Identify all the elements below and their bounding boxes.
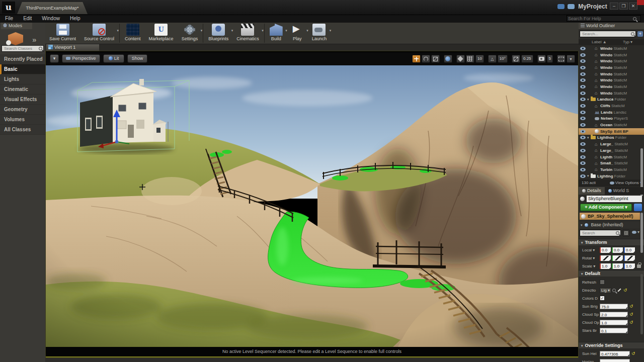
reset-to-default-icon[interactable]: ↺ — [629, 312, 633, 317]
expand-arrow-icon[interactable]: ▾ — [587, 98, 591, 102]
visibility-eye-icon[interactable] — [580, 149, 586, 152]
grid-snap-value[interactable]: 10 — [475, 55, 484, 63]
visibility-eye-icon[interactable] — [580, 168, 586, 171]
visibility-eye-icon[interactable] — [580, 59, 586, 63]
transform-value-field[interactable]: 1.0 — [600, 263, 611, 269]
menu-file[interactable]: File — [0, 15, 18, 22]
reset-to-default-icon[interactable]: ↺ — [623, 288, 627, 293]
tab-details[interactable]: Details — [579, 187, 605, 195]
outliner-row-windo[interactable]: ⌂WindoStaticM — [579, 58, 644, 64]
visibility-eye-icon[interactable] — [580, 92, 586, 95]
maximize-button[interactable] — [557, 55, 566, 63]
expand-arrow-icon[interactable]: ▾ — [587, 136, 591, 140]
camera-speed-button[interactable] — [537, 55, 546, 63]
outliner-search-box[interactable] — [580, 31, 636, 37]
modes-tab[interactable]: Modes — [1, 23, 32, 29]
component-row-selected[interactable]: BP_Sky_Sphere(self) — [580, 213, 640, 220]
visibility-eye-icon[interactable] — [580, 130, 586, 133]
details-scrollbar-track[interactable] — [640, 274, 643, 334]
transform-value-field[interactable]: 0.0 — [624, 247, 635, 253]
viewport-scene[interactable] — [46, 65, 578, 347]
outliner-row-ocean[interactable]: ⌂OceanStaticM — [579, 122, 644, 128]
sidebar-item-volumes[interactable]: Volumes — [0, 115, 45, 125]
transform-label[interactable]: Local ▾ — [579, 248, 600, 252]
outliner-row-windo[interactable]: ⌂WindoStaticM — [579, 77, 644, 83]
toolbar-button-cinematics[interactable]: ▾Cinematics — [232, 23, 263, 44]
viewport-options-button[interactable]: ▾ — [50, 54, 59, 63]
toolbar-button-settings[interactable]: ▾Settings — [178, 23, 202, 44]
transform-label[interactable]: Rotat ▾ — [579, 256, 600, 260]
sidebar-item-recently-placed[interactable]: Recently Placed — [0, 54, 45, 64]
toolbar-button-content[interactable]: Content — [121, 23, 145, 44]
outliner-row-large[interactable]: ⌂Large_StaticM — [579, 141, 644, 147]
menu-window[interactable]: Window — [37, 15, 65, 22]
edit-blueprint-button[interactable] — [634, 204, 642, 211]
viewport[interactable]: ▾ Perspective Lit Show 10△10°0.255▾ — [45, 51, 579, 358]
transform-value-field[interactable] — [600, 255, 611, 261]
visibility-eye-icon[interactable] — [580, 155, 586, 159]
help-search-input[interactable] — [567, 16, 631, 22]
outliner-row-small[interactable]: ⌂Small_StaticM — [579, 160, 644, 166]
menu-help[interactable]: Help — [65, 15, 86, 22]
column-type[interactable]: Typ ▾ — [623, 39, 632, 45]
section-transform[interactable]: ▾ Transform — [579, 239, 644, 245]
details-scrollbar[interactable] — [640, 213, 643, 253]
visibility-eye-icon[interactable] — [580, 142, 586, 146]
outliner-row-landsca[interactable]: ▾LandscaFolder — [579, 97, 644, 103]
outliner-row-windo[interactable]: ⌂WindoStaticM — [579, 64, 644, 71]
dropdown-caret-icon[interactable]: ▾ — [330, 29, 332, 33]
visibility-eye-icon[interactable] — [580, 123, 586, 127]
sidebar-item-geometry[interactable]: Geometry — [0, 105, 45, 115]
visibility-eye-icon[interactable] — [580, 78, 586, 82]
sidebar-item-basic[interactable]: Basic — [0, 64, 45, 74]
toolbar-button-launch[interactable]: ▾Launch — [308, 23, 331, 44]
rotate-button[interactable] — [422, 55, 430, 63]
toolbar-button-save-current[interactable]: Save Current — [45, 23, 80, 44]
visibility-eye-icon[interactable] — [580, 98, 586, 101]
number-field[interactable]: 2.0 — [600, 312, 628, 317]
move-button[interactable] — [412, 55, 421, 63]
angle-snap-button[interactable]: △ — [488, 55, 497, 63]
outliner-row-netwo[interactable]: NetwoPlayerS — [579, 116, 644, 122]
outliner-row-large[interactable]: ⌂Large_StaticM — [579, 147, 644, 154]
expand-arrow-icon[interactable]: ▾ — [587, 174, 591, 178]
world-outliner-header[interactable]: World Outliner — [579, 23, 644, 29]
toolbar-button-play[interactable]: ▾Play — [287, 23, 308, 44]
scale-snap-value[interactable]: 0.25 — [521, 55, 533, 63]
show-button[interactable]: Show — [127, 54, 147, 63]
number-field[interactable]: 75.0 — [600, 304, 628, 309]
checkbox[interactable] — [600, 280, 605, 285]
scale-snap-button[interactable] — [512, 55, 520, 63]
outliner-column-headers[interactable]: Label ▲ Typ ▾ — [579, 39, 644, 45]
reset-to-default-icon[interactable]: ↺ — [629, 320, 633, 325]
transform-label[interactable]: Scale ▾ — [579, 264, 600, 268]
outliner-search-input[interactable] — [581, 31, 631, 37]
number-field[interactable]: 0.1 — [600, 328, 628, 333]
number-field[interactable] — [600, 359, 630, 362]
visibility-eye-icon[interactable] — [580, 47, 586, 50]
outliner-row-windo[interactable]: ⌂WindoStaticM — [579, 45, 644, 52]
add-component-button[interactable]: + Add Component ▾ — [580, 204, 632, 211]
chat-bubble-icon[interactable] — [568, 4, 575, 9]
sidebar-item-lights[interactable]: Lights — [0, 74, 45, 84]
number-field[interactable]: 0.477306 — [600, 351, 630, 356]
lit-button[interactable]: Lit — [103, 54, 124, 63]
visibility-eye-icon[interactable] — [580, 53, 586, 57]
toolbar-button-blueprints[interactable]: ▾Blueprints — [204, 23, 232, 44]
transform-value-field[interactable]: 0.0 — [600, 247, 611, 253]
base-inherited-row[interactable]: ▾ Base (Inherited) — [579, 222, 644, 228]
camera-speed-value[interactable]: 5 — [547, 55, 553, 63]
outliner-row-windo[interactable]: ⌂WindoStaticM — [579, 71, 644, 77]
expand-modes-button[interactable]: » — [32, 35, 36, 44]
visibility-eye-icon[interactable] — [580, 117, 586, 120]
section-override-settings[interactable]: ▾ Override Settings — [579, 342, 644, 348]
outliner-row-lighth[interactable]: ⌂LighthStaticM — [579, 154, 644, 160]
transform-value-field[interactable]: 0.0 — [612, 247, 623, 253]
dropdown-caret-icon[interactable]: ▾ — [117, 29, 119, 33]
layout-dropdown-button[interactable]: ▾ — [567, 55, 575, 63]
outliner-row-cliffs[interactable]: ⌂CliffsStaticM — [579, 103, 644, 109]
sidebar-item-all-classes[interactable]: All Classes — [0, 125, 45, 135]
details-search-input[interactable] — [581, 230, 616, 236]
dropdown-caret-icon[interactable]: ▾ — [201, 29, 203, 33]
viewport-tab[interactable]: Viewport 1 — [46, 44, 99, 51]
